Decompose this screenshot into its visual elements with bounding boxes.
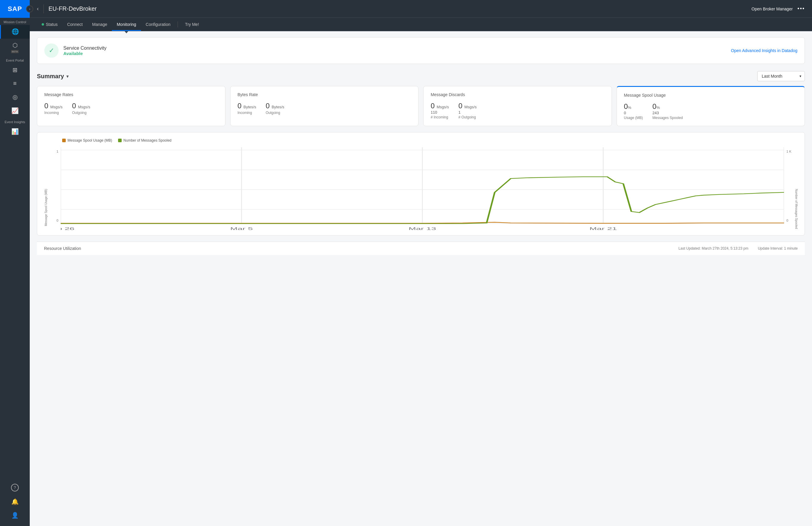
time-range-dropdown[interactable]: Last Month Last Hour Last 24 Hours Last … [757, 71, 805, 81]
page-title: EU-FR-DevBroker [48, 5, 752, 12]
tab-connect[interactable]: Connect [62, 18, 87, 31]
message-discards-outgoing-sub: # Outgoing [458, 115, 477, 119]
svg-text:Mar 5: Mar 5 [230, 226, 253, 230]
message-spool-spooled-num: 243 [653, 111, 683, 115]
message-discards-outgoing-num: 1 [458, 110, 477, 115]
y-right-max: 1 K [786, 150, 792, 153]
message-spool-spooled: 0% 243 Messages Spooled [653, 102, 683, 120]
bytes-rate-values: 0 Bytes/s Incoming 0 Bytes/s Outgoing [238, 102, 411, 115]
svg-text:Mar 21: Mar 21 [590, 226, 617, 230]
main-content: ‹ EU-FR-DevBroker Open Broker Manager ••… [30, 0, 812, 526]
open-broker-button[interactable]: Open Broker Manager [752, 6, 793, 11]
tab-tryme[interactable]: Try Me! [180, 18, 204, 31]
sidebar-item-event[interactable]: ⊞ [0, 63, 30, 77]
event-insights-label: Event Insights [0, 118, 30, 125]
metric-card-bytes-rate: Bytes Rate 0 Bytes/s Incoming 0 Bytes/s … [230, 86, 419, 126]
tab-status-label: Status [46, 22, 58, 27]
summary-title: Summary [37, 73, 64, 80]
datadog-link[interactable]: Open Advanced Insights in Datadog [731, 48, 797, 53]
check-icon: ✓ [49, 47, 54, 55]
back-button[interactable]: ‹ [37, 6, 39, 12]
mission-control-label: Mission Control [0, 18, 30, 25]
message-rates-incoming-value: 0 Msgs/s [44, 102, 62, 110]
nav-separator [177, 22, 178, 27]
message-spool-usage: 0% 0 Usage (MB) [624, 102, 643, 120]
nav-tabs: Status Connect Manage Monitoring Configu… [30, 18, 812, 31]
legend-messages-spooled: Number of Messages Spooled [118, 138, 171, 142]
sidebar-item-book[interactable]: ≡ [0, 77, 30, 90]
sidebar-logo: SAP › [0, 0, 30, 18]
tab-manage-label: Manage [92, 22, 107, 27]
message-spool-usage-label: Usage (MB) [624, 116, 643, 120]
message-discards-incoming-sub: # Incoming [431, 115, 449, 119]
message-discards-incoming-num: 110 [431, 110, 449, 115]
page-body: ✓ Service Connectivity Available Open Ad… [30, 31, 812, 526]
legend-messages-spooled-label: Number of Messages Spooled [124, 138, 171, 142]
message-rates-title: Message Rates [44, 92, 218, 97]
svg-text:Mar 13: Mar 13 [409, 226, 436, 230]
user-icon: 👤 [11, 512, 19, 519]
message-rates-incoming-label: Incoming [44, 111, 62, 115]
tab-status[interactable]: Status [37, 18, 62, 31]
summary-header: Summary ▾ Last Month Last Hour Last 24 H… [37, 71, 805, 81]
resource-utilization-bar: Resource Utilization Last Updated: March… [37, 242, 805, 255]
update-interval-label: Update Interval: 1 minute [758, 246, 798, 251]
tab-tryme-label: Try Me! [185, 22, 199, 27]
bell-icon: 🔔 [11, 498, 19, 505]
bytes-rate-incoming-label: Incoming [238, 111, 256, 115]
sidebar-item-bell[interactable]: 🔔 [0, 495, 30, 509]
beta-badge: BETA [11, 50, 19, 53]
message-discards-title: Message Discards [431, 92, 604, 97]
y-axis-right: 1 K 0 Number of Messages Spooled [784, 147, 797, 230]
tab-connect-label: Connect [67, 22, 83, 27]
bytes-rate-incoming: 0 Bytes/s Incoming [238, 102, 256, 115]
sidebar-expand-button[interactable]: › [26, 5, 33, 13]
message-spool-spooled-value: 0% [653, 102, 683, 111]
message-spool-title: Message Spool Usage [624, 93, 798, 98]
header-actions: Open Broker Manager ••• [752, 6, 805, 12]
y-axis-right-label: Number of Messages Spooled [795, 189, 798, 229]
legend-spool-usage: Message Spool Usage (MB) [62, 138, 112, 142]
resource-utilization-title: Resource Utilization [44, 246, 81, 251]
book-icon: ≡ [13, 80, 17, 87]
sidebar-item-globe[interactable]: 🌐 [0, 25, 30, 39]
legend-messages-spooled-dot [118, 139, 122, 142]
bytes-rate-title: Bytes Rate [238, 92, 411, 97]
message-rates-values: 0 Msgs/s Incoming 0 Msgs/s Outgoing [44, 102, 218, 115]
barchart-icon: 📊 [11, 128, 19, 135]
sidebar-item-trending[interactable]: 📈 [0, 104, 30, 118]
message-spool-spooled-label: Messages Spooled [653, 116, 683, 120]
legend-spool-usage-dot [62, 139, 66, 142]
connectivity-icon-wrapper: ✓ [44, 43, 59, 58]
summary-dropdown-icon[interactable]: ▾ [66, 73, 69, 79]
time-range-dropdown-wrapper: Last Month Last Hour Last 24 Hours Last … [757, 71, 805, 81]
graph-icon: ⬡ [13, 42, 17, 49]
message-rates-outgoing-label: Outgoing [72, 111, 90, 115]
message-discards-outgoing: 0 Msgs/s 1 # Outgoing [458, 102, 477, 119]
metric-card-message-rates: Message Rates 0 Msgs/s Incoming 0 Msgs/s… [37, 86, 226, 126]
sidebar-item-graph[interactable]: ⬡ BETA [0, 39, 30, 56]
tab-manage[interactable]: Manage [87, 18, 112, 31]
message-spool-usage-value: 0% [624, 102, 643, 111]
event-icon: ⊞ [13, 66, 17, 73]
tab-configuration-label: Configuration [146, 22, 171, 27]
top-header: ‹ EU-FR-DevBroker Open Broker Manager ••… [30, 0, 812, 18]
sidebar-item-help[interactable]: ? [0, 481, 30, 495]
more-options-button[interactable]: ••• [797, 6, 805, 12]
sidebar-item-user[interactable]: 👤 [0, 509, 30, 523]
metric-card-message-discards: Message Discards 0 Msgs/s 110 # Incoming… [423, 86, 612, 126]
sidebar-item-network[interactable]: ◎ [0, 90, 30, 104]
svg-text:Feb 26: Feb 26 [61, 226, 74, 230]
bytes-rate-outgoing: 0 Bytes/s Outgoing [266, 102, 284, 115]
message-discards-values: 0 Msgs/s 110 # Incoming 0 Msgs/s 1 # Out… [431, 102, 604, 119]
y-left-min: 0 [57, 219, 58, 222]
tab-monitoring-label: Monitoring [117, 22, 136, 27]
header-divider [43, 4, 44, 13]
chart-svg: Feb 26 Mar 5 Mar 13 Mar 21 [61, 147, 784, 230]
tab-monitoring[interactable]: Monitoring [112, 18, 141, 31]
tab-configuration[interactable]: Configuration [141, 18, 175, 31]
sidebar-item-barchart[interactable]: 📊 [0, 125, 30, 139]
message-rates-outgoing-value: 0 Msgs/s [72, 102, 90, 110]
bytes-rate-incoming-value: 0 Bytes/s [238, 102, 256, 110]
message-rates-incoming: 0 Msgs/s Incoming [44, 102, 62, 115]
